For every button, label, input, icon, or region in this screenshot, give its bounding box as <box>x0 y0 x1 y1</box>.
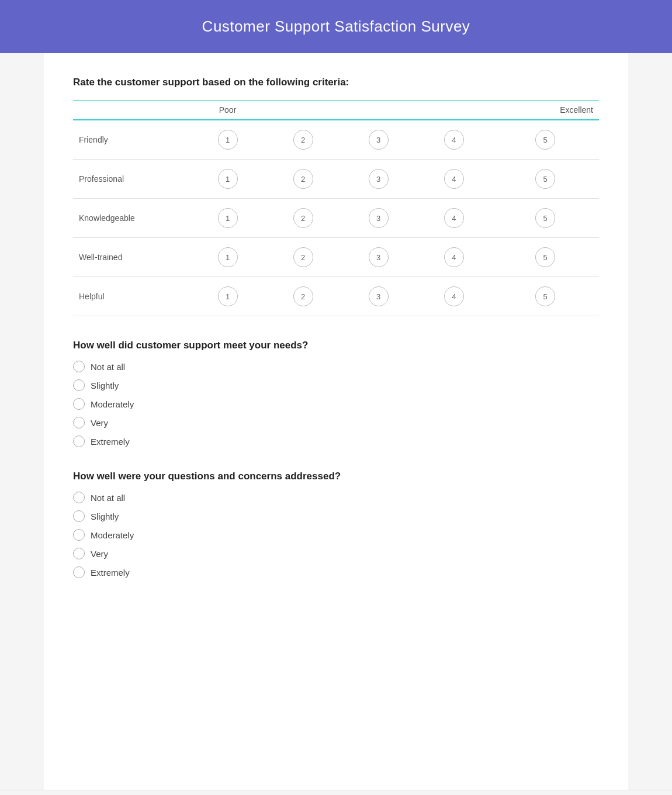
radio-option-3[interactable]: Very <box>73 417 599 428</box>
question2-text: How well were your questions and concern… <box>73 471 599 482</box>
radio-label: Extremely <box>91 568 130 578</box>
rating-radio-1[interactable]: 1 <box>218 169 238 189</box>
radio-cell[interactable]: 5 <box>491 160 599 199</box>
rating-radio-5[interactable]: 5 <box>535 247 555 267</box>
rating-radio-2[interactable]: 2 <box>293 247 313 267</box>
row-label: Well-trained <box>73 238 190 277</box>
table-row: Friendly12345 <box>73 120 599 160</box>
radio-cell[interactable]: 4 <box>416 277 491 316</box>
rating-radio-4[interactable]: 4 <box>444 208 464 228</box>
rating-radio-2[interactable]: 2 <box>293 208 313 228</box>
radio-cell[interactable]: 1 <box>190 160 265 199</box>
radio-cell[interactable]: 5 <box>491 277 599 316</box>
footer: Powered by Zoho Survey Create unlimited … <box>0 790 672 795</box>
rating-radio-4[interactable]: 4 <box>444 247 464 267</box>
rating-radio-1[interactable]: 1 <box>218 130 238 150</box>
radio-cell[interactable]: 1 <box>190 199 265 238</box>
header: Customer Support Satisfaction Survey <box>0 0 672 53</box>
radio-option-0[interactable]: Not at all <box>73 492 599 503</box>
radio-button[interactable] <box>73 529 85 541</box>
rating-instruction: Rate the customer support based on the f… <box>73 77 599 88</box>
radio-label: Moderately <box>91 530 134 540</box>
rating-radio-3[interactable]: 3 <box>369 208 389 228</box>
radio-cell[interactable]: 4 <box>416 160 491 199</box>
radio-button[interactable] <box>73 398 85 410</box>
rating-radio-5[interactable]: 5 <box>535 208 555 228</box>
rating-radio-1[interactable]: 1 <box>218 247 238 267</box>
radio-cell[interactable]: 1 <box>190 238 265 277</box>
radio-option-4[interactable]: Extremely <box>73 435 599 447</box>
radio-option-0[interactable]: Not at all <box>73 361 599 372</box>
radio-cell[interactable]: 4 <box>416 199 491 238</box>
rating-radio-4[interactable]: 4 <box>444 286 464 306</box>
radio-button[interactable] <box>73 379 85 391</box>
rating-radio-5[interactable]: 5 <box>535 286 555 306</box>
rating-radio-5[interactable]: 5 <box>535 130 555 150</box>
radio-button[interactable] <box>73 566 85 578</box>
radio-label: Not at all <box>91 493 125 503</box>
radio-cell[interactable]: 3 <box>341 160 416 199</box>
rating-radio-4[interactable]: 4 <box>444 169 464 189</box>
radio-cell[interactable]: 1 <box>190 120 265 160</box>
radio-label: Very <box>91 549 108 559</box>
radio-button[interactable] <box>73 492 85 503</box>
radio-label: Extremely <box>91 437 130 447</box>
rating-section: Rate the customer support based on the f… <box>73 77 599 316</box>
question1-section: How well did customer support meet your … <box>73 340 599 447</box>
radio-option-2[interactable]: Moderately <box>73 529 599 541</box>
radio-cell[interactable]: 4 <box>416 238 491 277</box>
row-label: Helpful <box>73 277 190 316</box>
rating-radio-3[interactable]: 3 <box>369 247 389 267</box>
rating-table: Poor Excellent Friendly12345Professional… <box>73 100 599 316</box>
table-excellent-label: Excellent <box>491 101 599 120</box>
radio-cell[interactable]: 2 <box>265 120 341 160</box>
radio-button[interactable] <box>73 361 85 372</box>
radio-option-4[interactable]: Extremely <box>73 566 599 578</box>
table-row: Well-trained12345 <box>73 238 599 277</box>
rating-radio-3[interactable]: 3 <box>369 169 389 189</box>
rating-radio-2[interactable]: 2 <box>293 169 313 189</box>
table-poor-label: Poor <box>190 101 265 120</box>
question2-section: How well were your questions and concern… <box>73 471 599 578</box>
radio-label: Slightly <box>91 511 119 521</box>
radio-cell[interactable]: 1 <box>190 277 265 316</box>
row-label: Knowledgeable <box>73 199 190 238</box>
radio-cell[interactable]: 2 <box>265 199 341 238</box>
question1-text: How well did customer support meet your … <box>73 340 599 351</box>
rating-radio-1[interactable]: 1 <box>218 208 238 228</box>
radio-cell[interactable]: 4 <box>416 120 491 160</box>
rating-radio-4[interactable]: 4 <box>444 130 464 150</box>
radio-option-1[interactable]: Slightly <box>73 510 599 522</box>
row-label: Friendly <box>73 120 190 160</box>
table-empty-header <box>73 101 190 120</box>
rating-radio-3[interactable]: 3 <box>369 286 389 306</box>
radio-cell[interactable]: 3 <box>341 199 416 238</box>
radio-cell[interactable]: 5 <box>491 120 599 160</box>
radio-option-3[interactable]: Very <box>73 548 599 559</box>
rating-radio-3[interactable]: 3 <box>369 130 389 150</box>
radio-cell[interactable]: 3 <box>341 120 416 160</box>
radio-button[interactable] <box>73 548 85 559</box>
radio-cell[interactable]: 3 <box>341 277 416 316</box>
rating-radio-5[interactable]: 5 <box>535 169 555 189</box>
radio-cell[interactable]: 2 <box>265 277 341 316</box>
radio-label: Very <box>91 418 108 428</box>
radio-cell[interactable]: 2 <box>265 238 341 277</box>
radio-cell[interactable]: 5 <box>491 199 599 238</box>
rating-radio-1[interactable]: 1 <box>218 286 238 306</box>
radio-option-1[interactable]: Slightly <box>73 379 599 391</box>
row-label: Professional <box>73 160 190 199</box>
table-row: Helpful12345 <box>73 277 599 316</box>
radio-button[interactable] <box>73 417 85 428</box>
radio-button[interactable] <box>73 510 85 522</box>
radio-cell[interactable]: 5 <box>491 238 599 277</box>
table-row: Professional12345 <box>73 160 599 199</box>
radio-cell[interactable]: 2 <box>265 160 341 199</box>
rating-radio-2[interactable]: 2 <box>293 286 313 306</box>
survey-title: Customer Support Satisfaction Survey <box>12 18 660 36</box>
radio-option-2[interactable]: Moderately <box>73 398 599 410</box>
radio-label: Moderately <box>91 399 134 409</box>
radio-cell[interactable]: 3 <box>341 238 416 277</box>
radio-button[interactable] <box>73 435 85 447</box>
rating-radio-2[interactable]: 2 <box>293 130 313 150</box>
